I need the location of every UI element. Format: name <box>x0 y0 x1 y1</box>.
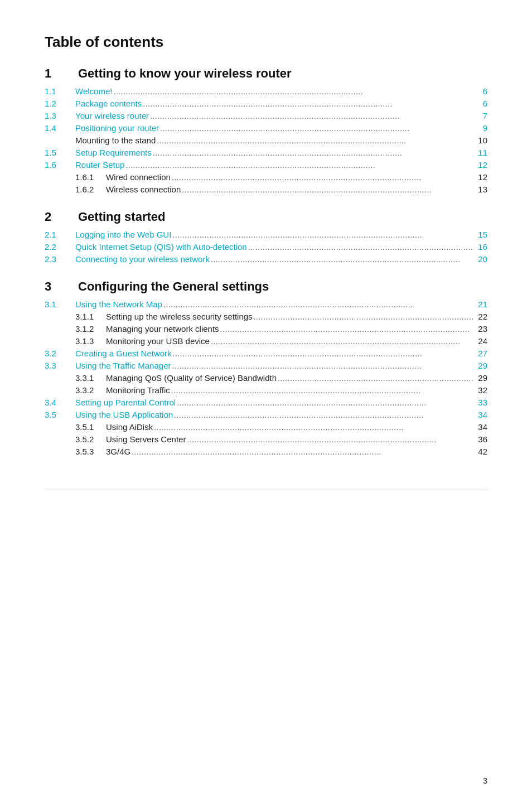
dot-leader: ........................................… <box>186 435 474 444</box>
entry-num: 1.6 <box>45 160 75 170</box>
entry-page: 34 <box>474 422 487 432</box>
toc-row: Mounting to the stand...................… <box>45 136 487 145</box>
toc-row: 1.6.2Wireless connection................… <box>45 185 487 194</box>
entry-label: Using the USB Application <box>75 410 173 419</box>
dot-leader: ........................................… <box>210 255 474 264</box>
entry-page: 34 <box>474 410 487 419</box>
entry-page: 21 <box>474 299 487 309</box>
toc-row: 3.5Using the USB Application............… <box>45 410 487 419</box>
toc-row: 3.1.1Setting up the wireless security se… <box>45 312 487 321</box>
entry-label: Using the Network Map <box>75 299 162 309</box>
entry-page: 13 <box>474 185 487 194</box>
entry-num: 2.1 <box>45 230 75 239</box>
entry-label: Creating a Guest Network <box>75 349 172 358</box>
entry-num: 1.6.1 <box>75 172 106 182</box>
entry-page: 36 <box>474 434 487 444</box>
entry-page: 15 <box>474 230 487 239</box>
toc-row: 3.3.1Managing QoS (Quality of Service) B… <box>45 373 487 383</box>
entry-page: 42 <box>474 447 487 456</box>
dot-leader: ........................................… <box>152 148 474 157</box>
page-number: 3 <box>483 776 487 785</box>
entry-page: 10 <box>474 136 487 145</box>
toc-row: 3.2Creating a Guest Network.............… <box>45 349 487 358</box>
dot-leader: ........................................… <box>171 230 474 239</box>
section-header-3: 3Configuring the General settings <box>45 279 487 294</box>
toc-row: 1.5Setup Requirements...................… <box>45 148 487 157</box>
entry-label: Using AiDisk <box>106 422 153 432</box>
entry-num: 1.6.2 <box>75 185 106 194</box>
section-title-2: Getting started <box>78 210 165 224</box>
dot-leader: ........................................… <box>142 99 474 108</box>
toc-row: 1.6.1Wired connection...................… <box>45 172 487 182</box>
dot-leader: ........................................… <box>172 349 474 358</box>
entry-num: 3.1.3 <box>75 336 106 346</box>
dot-leader: ........................................… <box>171 361 474 370</box>
entry-label: Logging into the Web GUI <box>75 230 171 239</box>
entry-label: Using the Traffic Manager <box>75 361 171 370</box>
toc-row: 1.4Positioning your router..............… <box>45 123 487 133</box>
dot-leader: ........................................… <box>112 87 474 96</box>
entry-num: 1.2 <box>45 99 75 108</box>
toc-row: 3.5.2Using Servers Center...............… <box>45 434 487 444</box>
entry-label: Welcome! <box>75 86 112 96</box>
entry-page: 22 <box>474 312 487 321</box>
toc-content: 1Getting to know your wireless router1.1… <box>45 66 487 456</box>
entry-page: 6 <box>474 99 487 108</box>
toc-row: 1.2Package contents.....................… <box>45 99 487 108</box>
toc-row: 2.3Connecting to your wireless network..… <box>45 254 487 264</box>
entry-num: 3.3 <box>45 361 75 370</box>
entry-page: 7 <box>474 111 487 120</box>
entry-label: 3G/4G <box>106 447 130 456</box>
dot-leader: ........................................… <box>153 423 474 432</box>
dot-leader: ........................................… <box>277 374 474 383</box>
entry-label: Mounting to the stand <box>75 136 156 145</box>
toc-row: 3.3.2Monitoring Traffic.................… <box>45 385 487 395</box>
entry-num: 3.2 <box>45 349 75 358</box>
entry-num: 3.3.1 <box>75 373 106 383</box>
dot-leader: ........................................… <box>124 161 474 170</box>
entry-label: Monitoring Traffic <box>106 385 170 395</box>
entry-page: 12 <box>474 172 487 182</box>
entry-page: 20 <box>474 254 487 264</box>
dot-leader: ........................................… <box>156 136 474 145</box>
entry-num: 1.5 <box>45 148 75 157</box>
entry-label: Monitoring your USB device <box>106 336 210 346</box>
dot-leader: ........................................… <box>173 410 474 419</box>
entry-label: Using Servers Center <box>106 434 186 444</box>
toc-row: 3.1.2Managing your network clients......… <box>45 324 487 334</box>
entry-page: 29 <box>474 361 487 370</box>
entry-label: Managing QoS (Quality of Service) Bandwi… <box>106 373 277 383</box>
dot-leader: ........................................… <box>253 312 474 321</box>
entry-label: Quick Internet Setup (QIS) with Auto-det… <box>75 242 247 252</box>
entry-page: 11 <box>474 148 487 157</box>
entry-label: Package contents <box>75 99 142 108</box>
dot-leader: ........................................… <box>219 325 474 334</box>
entry-num: 3.4 <box>45 398 75 407</box>
entry-num: 3.5.2 <box>75 434 106 444</box>
toc-row: 3.1Using the Network Map................… <box>45 299 487 309</box>
page-divider <box>45 490 487 490</box>
toc-row: 3.5.33G/4G..............................… <box>45 447 487 456</box>
toc-row: 2.1Logging into the Web GUI.............… <box>45 230 487 239</box>
dot-leader: ........................................… <box>159 124 474 133</box>
toc-row: 1.1Welcome!.............................… <box>45 86 487 96</box>
dot-leader: ........................................… <box>149 112 474 120</box>
entry-num: 2.2 <box>45 242 75 252</box>
entry-label: Setting up the wireless security setting… <box>106 312 253 321</box>
entry-num: 2.3 <box>45 254 75 264</box>
dot-leader: ........................................… <box>162 300 474 309</box>
entry-label: Your wireless router <box>75 111 149 120</box>
entry-label: Managing your network clients <box>106 324 219 334</box>
toc-row: 3.3Using the Traffic Manager............… <box>45 361 487 370</box>
entry-label: Setting up Parental Control <box>75 398 176 407</box>
dot-leader: ........................................… <box>247 243 474 252</box>
entry-page: 27 <box>474 349 487 358</box>
section-num-3: 3 <box>45 279 78 294</box>
entry-label: Wireless connection <box>106 185 181 194</box>
entry-num: 3.1.1 <box>75 312 106 321</box>
toc-row: 1.3Your wireless router.................… <box>45 111 487 120</box>
section-header-2: 2Getting started <box>45 210 487 224</box>
dot-leader: ........................................… <box>171 173 474 182</box>
entry-num: 3.3.2 <box>75 385 106 395</box>
entry-page: 29 <box>474 373 487 383</box>
